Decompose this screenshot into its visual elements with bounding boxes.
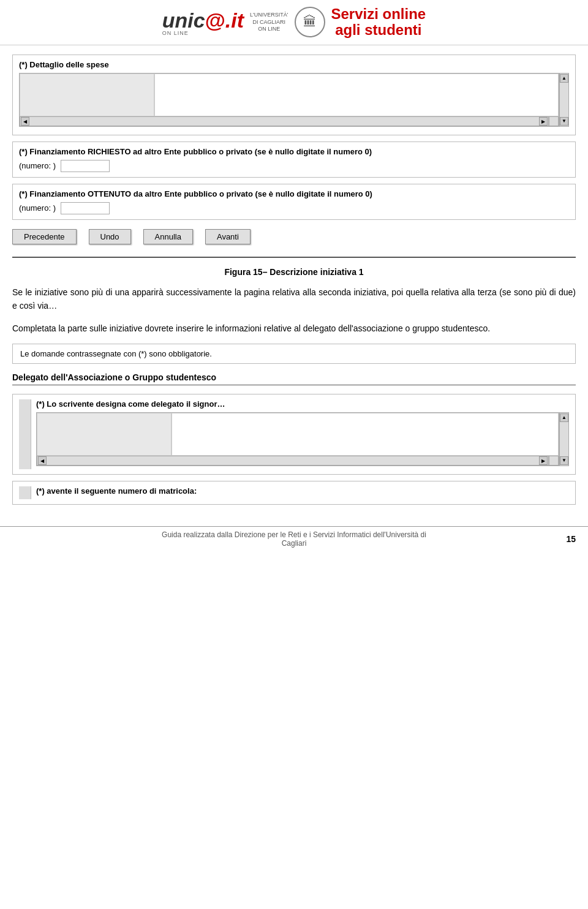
form2-title: (*) Finanziamento RICHIESTO ad altro Ent…: [19, 147, 569, 156]
designa-h-scrollbar[interactable]: ◀ ▶: [37, 456, 549, 466]
body-text-1: Se le iniziative sono più di una apparir…: [12, 285, 576, 313]
designa-scroll-up-btn[interactable]: ▲: [560, 413, 568, 422]
form3-number-input[interactable]: [61, 202, 110, 214]
nav-buttons-row: Precedente Undo Annulla Avanti: [12, 226, 576, 247]
designa-scroll-left-btn[interactable]: ◀: [38, 456, 47, 465]
page-header: unic@.it on line L'UNIVERSITÀ' DI CAGLIA…: [0, 0, 588, 45]
logo-block: unic@.it on line: [162, 9, 244, 36]
form-finanziamento-ottenuto: (*) Finanziamento OTTENUTO da altro Ente…: [12, 184, 576, 220]
section-header-delegato: Delegato dell'Associazione o Gruppo stud…: [12, 372, 576, 385]
figure-caption: Figura 15– Descrizione iniziativa 1: [12, 267, 576, 277]
form2-label: (numero: ): [19, 161, 56, 170]
main-content: (*) Dettaglio delle spese ◀ ▶ ▲ ▼: [0, 45, 588, 520]
uni-name: L'UNIVERSITÀ' DI CAGLIARI ON LINE: [250, 12, 288, 33]
form1-title: (*) Dettaglio delle spese: [19, 60, 569, 69]
spese-textarea-body[interactable]: [154, 74, 559, 116]
designa-scroll-corner: [549, 456, 559, 466]
designa-v-scrollbar[interactable]: ▲ ▼: [559, 412, 569, 466]
scroll-up-btn[interactable]: ▲: [560, 74, 568, 83]
designa-textarea-main: ◀ ▶: [36, 412, 559, 466]
precedente-button[interactable]: Precedente: [12, 229, 77, 244]
designa-textarea-left[interactable]: [37, 413, 172, 456]
inner-form-designa: (*) Lo scrivente designa come delegato i…: [12, 394, 576, 475]
scroll-corner: [549, 116, 559, 126]
form-dettaglio-spese: (*) Dettaglio delle spese ◀ ▶ ▲ ▼: [12, 55, 576, 135]
spese-textarea-container: ◀ ▶ ▲ ▼: [19, 73, 569, 127]
designa-h-scrollbar-row: ◀ ▶: [37, 456, 559, 466]
inner-form1-title: (*) Lo scrivente designa come delegato i…: [36, 399, 569, 409]
avanti-button[interactable]: Avanti: [205, 229, 251, 244]
scroll-right-btn[interactable]: ▶: [539, 117, 548, 126]
university-emblem: 🏛: [295, 7, 325, 37]
body-text-2: Completata la parte sulle iniziative dov…: [12, 322, 576, 335]
form3-number-row: (numero: ): [19, 202, 569, 214]
inner-form-content-1: (*) Lo scrivente designa come delegato i…: [36, 399, 569, 469]
spese-textarea-left[interactable]: [20, 74, 154, 116]
horizontal-scrollbar-row: ◀ ▶: [20, 116, 559, 126]
form3-title: (*) Finanziamento OTTENUTO da altro Ente…: [19, 189, 569, 198]
left-bar-decoration-2: [19, 486, 31, 499]
vertical-scrollbar[interactable]: ▲ ▼: [559, 73, 569, 127]
logo-subtitle: on line: [162, 30, 189, 36]
form2-number-row: (numero: ): [19, 160, 569, 172]
servizi-line2: agli studenti: [331, 22, 426, 38]
footer-text: Guida realizzata dalla Direzione per le …: [153, 530, 435, 548]
scroll-down-btn[interactable]: ▼: [560, 117, 568, 126]
page-separator: [12, 257, 576, 258]
spese-textarea-inner: [20, 74, 559, 116]
left-bar-decoration: [19, 399, 31, 469]
header-uni-info: L'UNIVERSITÀ' DI CAGLIARI ON LINE: [250, 12, 288, 33]
inner-form-content-2: (*) avente il seguente numero di matrico…: [36, 486, 569, 499]
form2-number-input[interactable]: [61, 160, 110, 172]
undo-button[interactable]: Undo: [89, 229, 131, 244]
designa-textarea-inner: [37, 413, 559, 456]
inner-form-left-bar: (*) Lo scrivente designa come delegato i…: [19, 399, 569, 469]
designa-textarea-body[interactable]: [172, 413, 559, 456]
servizi-block: Servizi online agli studenti: [331, 6, 426, 39]
designa-textarea-container: ◀ ▶ ▲ ▼: [36, 412, 569, 466]
inner-form-matricola-bar: (*) avente il seguente numero di matrico…: [19, 486, 569, 499]
form3-label: (numero: ): [19, 203, 56, 213]
horizontal-scrollbar[interactable]: ◀ ▶: [20, 116, 549, 126]
annulla-button[interactable]: Annulla: [143, 229, 193, 244]
designa-scroll-right-btn[interactable]: ▶: [539, 456, 548, 465]
inner-form-matricola: (*) avente il seguente numero di matrico…: [12, 481, 576, 505]
logo-text: unic@.it: [162, 9, 244, 32]
designa-scroll-down-btn[interactable]: ▼: [560, 456, 568, 465]
form-finanziamento-richiesto: (*) Finanziamento RICHIESTO ad altro Ent…: [12, 141, 576, 178]
scroll-left-btn[interactable]: ◀: [21, 117, 29, 126]
notice-text: Le domande contrassegnate con (*) sono o…: [20, 349, 212, 358]
notice-box: Le domande contrassegnate con (*) sono o…: [12, 344, 576, 364]
spese-textarea-main: ◀ ▶: [19, 73, 559, 127]
page-number: 15: [435, 534, 576, 544]
servizi-line1: Servizi online: [331, 6, 426, 22]
inner-form2-title: (*) avente il seguente numero di matrico…: [36, 486, 569, 496]
